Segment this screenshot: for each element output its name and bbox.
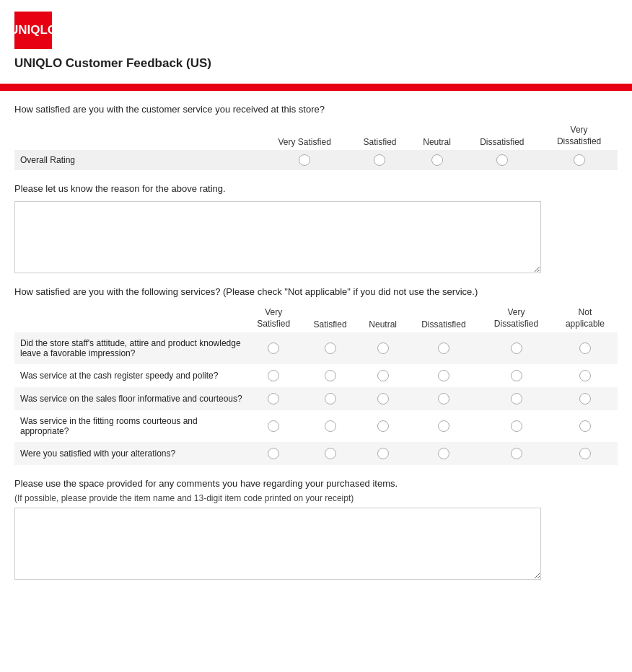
- service-row-label: Was service in the fitting rooms courteo…: [14, 410, 245, 442]
- uniqlo-logo: UNI QLO: [14, 12, 52, 49]
- reason-textarea[interactable]: [14, 201, 541, 273]
- radio-input[interactable]: [268, 342, 279, 354]
- radio-input[interactable]: [268, 420, 279, 432]
- radio-input[interactable]: [377, 420, 389, 432]
- radio-input[interactable]: [438, 448, 449, 459]
- radio-input[interactable]: [438, 420, 449, 432]
- section-services: How satisfied are you with the following…: [0, 286, 632, 478]
- radio-input[interactable]: [511, 342, 522, 354]
- radio-input[interactable]: [579, 393, 591, 404]
- radio-cell[interactable]: [411, 150, 464, 170]
- col-header-empty2: [14, 304, 245, 332]
- radio-input[interactable]: [579, 420, 591, 432]
- radio-very-satisfied[interactable]: [299, 154, 310, 166]
- radio-satisfied[interactable]: [374, 154, 385, 166]
- radio-input[interactable]: [377, 370, 389, 381]
- radio-input[interactable]: [325, 420, 336, 432]
- radio-input[interactable]: [511, 448, 522, 459]
- radio-input[interactable]: [511, 420, 522, 432]
- section2-question: Please let us know the reason for the ab…: [14, 183, 618, 194]
- col-header-empty: [14, 122, 260, 150]
- col-header-svc-neutral: Neutral: [359, 304, 408, 332]
- col-header-svc-dissatisfied: Dissatisfied: [408, 304, 480, 332]
- table-row: Were you satisfied with your alterations…: [14, 442, 618, 465]
- col-header-svc-very-satisfied: VerySatisfied: [245, 304, 302, 332]
- page-title: UNIQLO Customer Feedback (US): [14, 56, 618, 71]
- section4-subquestion: (If possible, please provide the item na…: [14, 493, 618, 503]
- col-header-very-satisfied: Very Satisfied: [260, 122, 349, 150]
- radio-cell[interactable]: [540, 150, 618, 170]
- radio-input[interactable]: [438, 370, 449, 381]
- radio-input[interactable]: [511, 370, 522, 381]
- section4-question: Please use the space provided for any co…: [14, 478, 618, 489]
- service-row-label: Was service at the cash register speedy …: [14, 364, 245, 387]
- col-header-svc-very-dissatisfied: VeryDissatisfied: [480, 304, 553, 332]
- radio-input[interactable]: [579, 370, 591, 381]
- col-header-neutral: Neutral: [411, 122, 464, 150]
- header: UNI QLO UNIQLO Customer Feedback (US): [0, 0, 632, 84]
- radio-input[interactable]: [325, 342, 336, 354]
- radio-input[interactable]: [579, 342, 591, 354]
- radio-input[interactable]: [325, 370, 336, 381]
- radio-input[interactable]: [268, 448, 279, 459]
- radio-input[interactable]: [579, 448, 591, 459]
- radio-input[interactable]: [438, 342, 449, 354]
- service-row-label: Were you satisfied with your alterations…: [14, 442, 245, 465]
- overall-rating-label: Overall Rating: [14, 150, 260, 170]
- services-table: VerySatisfied Satisfied Neutral Dissatis…: [14, 304, 618, 465]
- section-overall-rating: How satisfied are you with the customer …: [0, 104, 632, 183]
- radio-cell[interactable]: [260, 150, 349, 170]
- section-comments: Please use the space provided for any co…: [0, 478, 632, 593]
- col-header-satisfied: Satisfied: [349, 122, 410, 150]
- col-header-svc-satisfied: Satisfied: [302, 304, 358, 332]
- radio-neutral[interactable]: [431, 154, 443, 166]
- col-header-svc-not-applicable: Notapplicable: [553, 304, 618, 332]
- radio-input[interactable]: [438, 393, 449, 404]
- overall-rating-table: Very Satisfied Satisfied Neutral Dissati…: [14, 122, 618, 170]
- table-row: Was service on the sales floor informati…: [14, 387, 618, 410]
- radio-dissatisfied[interactable]: [496, 154, 508, 166]
- col-header-very-dissatisfied: VeryDissatisfied: [540, 122, 618, 150]
- radio-input[interactable]: [377, 448, 389, 459]
- radio-input[interactable]: [325, 448, 336, 459]
- section-reason: Please let us know the reason for the ab…: [0, 183, 632, 286]
- radio-input[interactable]: [377, 342, 389, 354]
- radio-input[interactable]: [377, 393, 389, 404]
- col-header-dissatisfied: Dissatisfied: [463, 122, 540, 150]
- table-row: Overall Rating: [14, 150, 618, 170]
- radio-input[interactable]: [268, 370, 279, 381]
- red-divider: [0, 84, 632, 91]
- radio-input[interactable]: [511, 393, 522, 404]
- radio-input[interactable]: [325, 393, 336, 404]
- comments-textarea[interactable]: [14, 508, 541, 580]
- table-row: Was service in the fitting rooms courteo…: [14, 410, 618, 442]
- service-row-label: Was service on the sales floor informati…: [14, 387, 245, 410]
- radio-cell[interactable]: [463, 150, 540, 170]
- section3-question: How satisfied are you with the following…: [14, 286, 618, 297]
- radio-cell[interactable]: [349, 150, 410, 170]
- table-row: Was service at the cash register speedy …: [14, 364, 618, 387]
- radio-very-dissatisfied[interactable]: [574, 154, 585, 166]
- radio-input[interactable]: [268, 393, 279, 404]
- section1-question: How satisfied are you with the customer …: [14, 104, 618, 115]
- table-row: Did the store staff's attitude, attire a…: [14, 332, 618, 364]
- service-row-label: Did the store staff's attitude, attire a…: [14, 332, 245, 364]
